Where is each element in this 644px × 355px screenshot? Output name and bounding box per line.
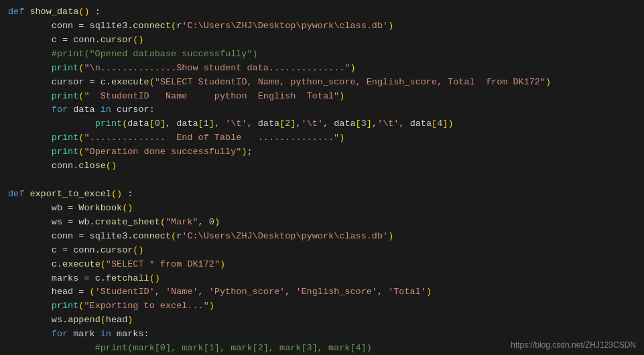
code-block: def show_data() : conn = sqlite3.connect… [8, 5, 636, 355]
code-container: def show_data() : conn = sqlite3.connect… [0, 0, 644, 355]
watermark: https://blog.csdn.net/ZHJ123CSDN [511, 340, 636, 350]
